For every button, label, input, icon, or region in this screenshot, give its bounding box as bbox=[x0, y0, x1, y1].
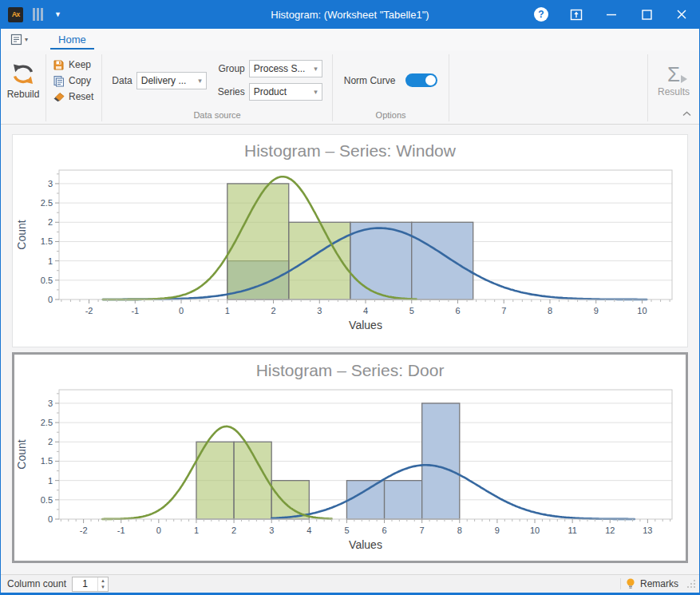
histogram-bar bbox=[412, 222, 473, 299]
svg-text:1: 1 bbox=[225, 306, 230, 315]
quick-access-caret-icon[interactable]: ▼ bbox=[54, 10, 61, 18]
svg-text:5: 5 bbox=[409, 306, 414, 315]
collapse-ribbon-button[interactable] bbox=[682, 105, 691, 120]
stepper-down-button[interactable]: ▼ bbox=[98, 584, 108, 591]
svg-text:3: 3 bbox=[317, 306, 322, 315]
help-icon: ? bbox=[534, 7, 548, 22]
svg-text:8: 8 bbox=[457, 526, 462, 535]
reset-label: Reset bbox=[69, 91, 93, 102]
chart-panel-window[interactable]: Histogram – Series: Window -2-1012345678… bbox=[12, 134, 688, 347]
help-button[interactable]: ? bbox=[524, 0, 559, 29]
histogram-bar bbox=[385, 481, 422, 519]
svg-text:9: 9 bbox=[594, 306, 599, 315]
y-axis-ticks: 00.511.522.53 bbox=[41, 394, 59, 524]
svg-text:-2: -2 bbox=[80, 526, 88, 535]
resize-grip-icon[interactable] bbox=[686, 579, 696, 589]
minimize-button[interactable] bbox=[594, 0, 629, 29]
ribbon-tab-row: ▾ Home bbox=[1, 29, 699, 50]
ribbon-menu-button[interactable]: ▾ bbox=[10, 34, 28, 46]
app-logo-icon[interactable]: Ax bbox=[8, 7, 23, 22]
svg-text:1: 1 bbox=[194, 526, 199, 535]
statusbar: Column count 1 ▲ ▼ Remarks bbox=[1, 574, 699, 593]
results-button[interactable]: Σ Results bbox=[648, 64, 699, 97]
data-field-label: Data bbox=[112, 75, 132, 86]
histogram-bar bbox=[196, 442, 234, 519]
svg-text:6: 6 bbox=[382, 526, 386, 535]
ribbon-group-options: Norm Curve Options bbox=[333, 50, 449, 124]
group-field-label: Group bbox=[218, 63, 244, 74]
copy-label: Copy bbox=[69, 75, 91, 86]
maximize-button[interactable] bbox=[629, 0, 664, 29]
svg-text:10: 10 bbox=[530, 526, 540, 535]
keep-button[interactable]: Keep bbox=[53, 59, 93, 71]
column-count-stepper[interactable]: 1 ▲ ▼ bbox=[72, 577, 109, 592]
svg-text:-1: -1 bbox=[117, 526, 125, 535]
reset-button[interactable]: Reset bbox=[53, 91, 93, 102]
svg-text:1: 1 bbox=[48, 256, 53, 266]
svg-text:2.5: 2.5 bbox=[41, 198, 53, 208]
dock-window-icon bbox=[570, 9, 583, 21]
svg-text:6: 6 bbox=[455, 306, 460, 315]
svg-text:3: 3 bbox=[48, 399, 53, 408]
x-axis-ticks: -2-1012345678910111213 bbox=[61, 519, 670, 535]
menu-caret-icon: ▾ bbox=[25, 36, 28, 43]
norm-curve-toggle[interactable] bbox=[405, 73, 437, 87]
group-dropdown-value: Process S... bbox=[254, 63, 306, 74]
norm-curve-label: Norm Curve bbox=[344, 75, 396, 86]
histogram-bar bbox=[350, 222, 412, 299]
rebuild-label: Rebuild bbox=[7, 89, 40, 100]
ribbon-group-data-source: Data Delivery ... ▾ Group Process S... ▾ bbox=[102, 50, 331, 124]
chart-panel-door[interactable]: Histogram – Series: Door -2-101234567891… bbox=[12, 352, 688, 563]
svg-text:1.5: 1.5 bbox=[41, 236, 53, 246]
remarks-button[interactable]: Remarks bbox=[640, 578, 678, 589]
titlebar: Ax ▼ Histogram: (Worksheet "Tabelle1") ? bbox=[1, 0, 699, 29]
group-dropdown[interactable]: Process S... ▾ bbox=[249, 60, 322, 77]
svg-text:1.5: 1.5 bbox=[41, 456, 53, 466]
chevron-down-icon: ▾ bbox=[193, 77, 202, 85]
svg-text:10: 10 bbox=[637, 306, 647, 315]
series-dropdown[interactable]: Product ▾ bbox=[249, 83, 322, 101]
svg-text:1: 1 bbox=[48, 476, 53, 486]
data-dropdown-value: Delivery ... bbox=[141, 75, 187, 86]
x-axis-ticks: -2-1012345678910 bbox=[61, 299, 670, 315]
histogram-chart-svg: -2-101234567891000.511.522.53ValuesCount bbox=[14, 165, 686, 335]
svg-text:7: 7 bbox=[501, 306, 506, 315]
tab-home[interactable]: Home bbox=[50, 30, 94, 50]
svg-text:0: 0 bbox=[48, 514, 53, 524]
minimize-icon bbox=[607, 10, 616, 19]
histogram-chart-svg: -2-101234567891011121300.511.522.53Value… bbox=[14, 385, 686, 554]
svg-text:8: 8 bbox=[548, 306, 552, 315]
svg-text:3: 3 bbox=[48, 179, 53, 188]
svg-text:0.5: 0.5 bbox=[41, 495, 53, 505]
results-label: Results bbox=[658, 86, 690, 97]
close-button[interactable] bbox=[664, 0, 699, 29]
ribbon-group-keep-copy-reset: Keep Copy bbox=[46, 50, 101, 124]
lightbulb-icon bbox=[626, 577, 635, 590]
app-window: Ax ▼ Histogram: (Worksheet "Tabelle1") ? bbox=[0, 0, 700, 595]
stepper-up-button[interactable]: ▲ bbox=[98, 577, 108, 585]
dock-window-button[interactable] bbox=[559, 0, 594, 29]
quick-access-bars-icon[interactable] bbox=[33, 8, 43, 21]
group-label-options: Options bbox=[333, 110, 449, 124]
histogram-bar bbox=[271, 481, 309, 519]
ribbon-group-results: Σ Results bbox=[648, 50, 699, 124]
svg-text:2: 2 bbox=[231, 526, 236, 535]
data-dropdown[interactable]: Delivery ... ▾ bbox=[136, 72, 207, 89]
sigma-icon: Σ bbox=[667, 64, 680, 85]
series-field-label: Series bbox=[218, 86, 245, 97]
series-dropdown-value: Product bbox=[254, 86, 287, 97]
group-label-data-source: Data source bbox=[102, 110, 331, 124]
chevron-up-icon bbox=[682, 111, 691, 117]
rebuild-button[interactable]: Rebuild bbox=[1, 61, 45, 100]
svg-text:0: 0 bbox=[179, 306, 184, 315]
svg-text:5: 5 bbox=[344, 526, 349, 535]
column-count-label: Column count bbox=[7, 578, 66, 589]
y-axis-label: Count bbox=[15, 220, 28, 249]
ribbon: Rebuild Keep bbox=[1, 50, 699, 125]
copy-button[interactable]: Copy bbox=[53, 75, 93, 87]
svg-text:4: 4 bbox=[363, 306, 368, 315]
column-count-value: 1 bbox=[73, 577, 97, 591]
close-icon bbox=[677, 10, 686, 19]
svg-text:11: 11 bbox=[568, 526, 576, 535]
chart-title: Histogram – Series: Window bbox=[13, 139, 687, 163]
